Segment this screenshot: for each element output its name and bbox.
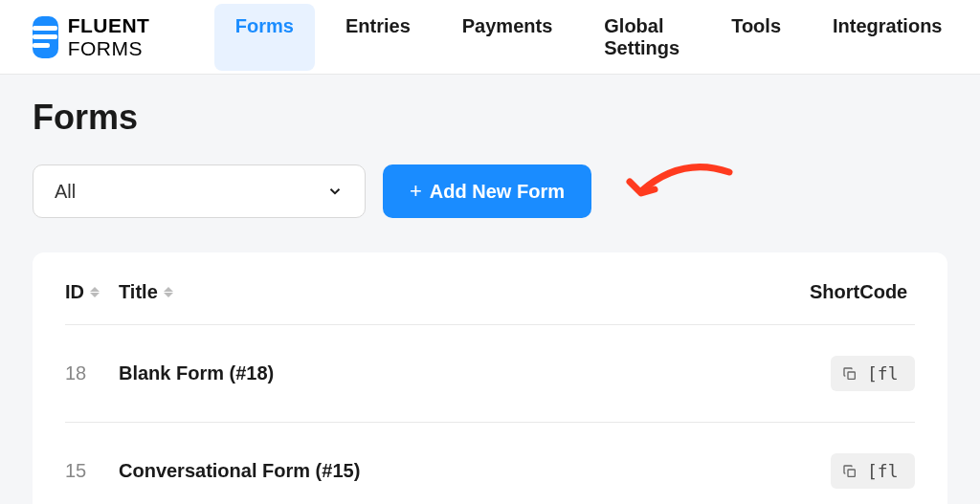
shortcode-badge[interactable]: [fl [831,453,915,489]
filter-dropdown[interactable]: All [33,164,366,218]
shortcode-badge[interactable]: [fl [831,356,915,391]
chevron-down-icon [326,183,344,200]
add-new-form-label: Add New Form [430,181,565,203]
row-id: 15 [65,460,119,482]
topbar: FLUENT FORMS Forms Entries Payments Glob… [0,0,980,75]
sort-icon [90,287,100,297]
table-header: ID Title ShortCode [65,272,915,325]
column-title[interactable]: Title [119,281,810,303]
copy-icon [842,464,858,479]
row-title: Blank Form (#18) [119,362,831,384]
logo-icon [33,16,58,58]
svg-rect-0 [848,372,855,379]
forms-table: ID Title ShortCode 18 Blank Form (#18) [33,252,947,504]
nav-payments[interactable]: Payments [441,4,574,71]
nav-tools[interactable]: Tools [710,4,802,71]
nav-entries[interactable]: Entries [324,4,432,71]
brand-name: FLUENT FORMS [68,14,167,60]
main-nav: Forms Entries Payments Global Settings T… [214,4,964,71]
copy-icon [842,366,858,382]
controls-row: All + Add New Form [33,164,947,218]
sort-icon [164,287,173,297]
column-shortcode[interactable]: ShortCode [810,281,915,303]
table-row[interactable]: 18 Blank Form (#18) [fl [65,325,915,423]
nav-forms[interactable]: Forms [214,4,315,71]
table-row[interactable]: 15 Conversational Form (#15) [fl [65,423,915,504]
nav-integrations[interactable]: Integrations [812,4,963,71]
brand-logo[interactable]: FLUENT FORMS [33,14,167,60]
row-title: Conversational Form (#15) [119,460,831,482]
add-new-form-button[interactable]: + Add New Form [383,164,591,218]
svg-rect-1 [848,470,855,476]
nav-global-settings[interactable]: Global Settings [583,4,701,71]
content-area: Forms All + Add New Form ID Title [0,75,980,504]
page-title: Forms [33,98,947,138]
column-id[interactable]: ID [65,281,119,303]
filter-selected-label: All [55,181,76,203]
annotation-arrow-icon [624,161,739,218]
plus-icon: + [410,181,422,202]
row-id: 18 [65,362,119,384]
